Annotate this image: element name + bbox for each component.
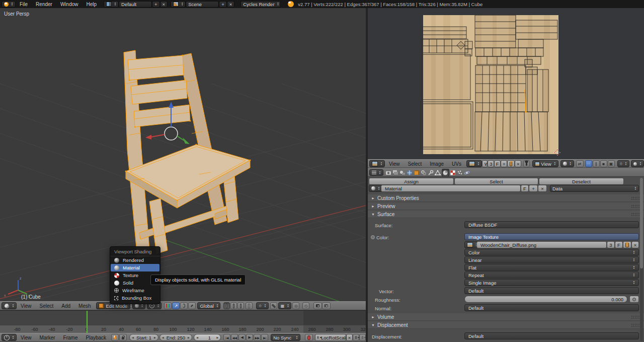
viewport-3d[interactable]: z y x User Persp (1) Cube bbox=[0, 8, 366, 301]
menu-file[interactable]: File bbox=[16, 2, 32, 7]
panel-grip[interactable] bbox=[631, 213, 640, 217]
image-pin-button[interactable] bbox=[523, 160, 530, 167]
edge-slide-button[interactable]: ◇ bbox=[302, 302, 309, 309]
current-frame-field[interactable]: 1 bbox=[194, 334, 221, 341]
material-name-field[interactable]: Material bbox=[381, 185, 521, 192]
image-open-button[interactable] bbox=[507, 160, 515, 167]
panel-grip[interactable] bbox=[631, 315, 640, 319]
panel-volume[interactable]: ►Volume bbox=[368, 313, 644, 321]
displacement-dropdown[interactable]: Default bbox=[464, 332, 639, 339]
scene-add-button[interactable]: + bbox=[219, 1, 227, 8]
manipulator-rotate-button[interactable] bbox=[180, 302, 188, 309]
screen-layout-icon-button[interactable] bbox=[104, 1, 119, 8]
uv-uvs-menu[interactable]: UVs bbox=[448, 161, 465, 167]
uv-island-select-button[interactable]: ▣ bbox=[608, 160, 615, 167]
auto-keyframe-button[interactable] bbox=[305, 334, 313, 341]
tab-object-data[interactable] bbox=[435, 169, 441, 176]
timeline-editor-type-button[interactable] bbox=[2, 334, 17, 341]
image-name-field[interactable]: WoodenChair_Diffus... bbox=[482, 160, 488, 167]
texture-image-unlink-button[interactable]: × bbox=[631, 241, 639, 248]
material-add-button[interactable]: + bbox=[529, 185, 538, 192]
uv-image-editor[interactable] bbox=[368, 8, 644, 159]
layout-close-button[interactable]: × bbox=[160, 1, 168, 8]
viewport-editor-type-button[interactable] bbox=[2, 302, 17, 309]
snap-toggle-button[interactable] bbox=[270, 302, 277, 309]
timeline-playback-menu[interactable]: Playback bbox=[82, 335, 111, 340]
lock-frame-button[interactable] bbox=[119, 334, 127, 341]
uv-pivot-dropdown[interactable] bbox=[560, 160, 574, 167]
insert-keyframe-button[interactable] bbox=[353, 334, 359, 341]
vector-dropdown[interactable]: Default bbox=[464, 287, 639, 294]
tab-texture[interactable] bbox=[450, 169, 456, 176]
image-new-button[interactable]: + bbox=[501, 160, 507, 167]
panel-preview[interactable]: ►Preview bbox=[368, 202, 644, 210]
render-engine-dropdown[interactable]: Cycles Render bbox=[240, 1, 281, 8]
prev-keyframe-button[interactable]: ◀◀ bbox=[231, 334, 238, 341]
material-browse-button[interactable] bbox=[369, 185, 382, 192]
proportional-edit-dropdown[interactable]: ○ bbox=[256, 302, 268, 309]
delete-keyframe-button[interactable] bbox=[359, 334, 366, 341]
deselect-button[interactable]: Deselect bbox=[539, 178, 624, 185]
normal-dropdown[interactable]: Default bbox=[464, 304, 639, 311]
sync-mode-dropdown[interactable]: No Sync bbox=[271, 334, 300, 341]
next-keyframe-button[interactable]: ▶▶ bbox=[254, 334, 261, 341]
info-editor-type-button[interactable] bbox=[2, 1, 16, 8]
manipulator-scale-button[interactable] bbox=[188, 302, 196, 309]
opengl-render-button[interactable] bbox=[313, 302, 322, 309]
tab-world[interactable] bbox=[407, 169, 413, 176]
scene-icon-button[interactable] bbox=[171, 1, 186, 8]
uv-face-select-button[interactable]: ■ bbox=[600, 160, 607, 167]
tab-modifiers[interactable] bbox=[428, 169, 434, 176]
uv-editor-type-button[interactable] bbox=[369, 160, 385, 167]
surface-shader-dropdown[interactable]: Diffuse BSDF bbox=[464, 221, 639, 228]
texture-image-name-field[interactable]: WoodenChair_Diffuse.png bbox=[476, 241, 607, 248]
tab-scene[interactable] bbox=[399, 169, 406, 176]
select-button[interactable]: Select bbox=[454, 178, 538, 185]
source-dropdown[interactable]: Single Image bbox=[464, 279, 639, 286]
opengl-render-anim-button[interactable] bbox=[322, 302, 331, 309]
view-menu[interactable]: View bbox=[17, 303, 36, 309]
image-unlink-button[interactable]: × bbox=[515, 160, 521, 167]
shading-option-material[interactable]: Material bbox=[111, 264, 159, 271]
uv-vertex-select-button[interactable]: ∷ bbox=[585, 160, 592, 167]
layout-add-button[interactable]: + bbox=[152, 1, 160, 8]
menu-render[interactable]: Render bbox=[32, 2, 56, 7]
texture-image-users-button[interactable]: 3 bbox=[607, 241, 615, 248]
tab-particles[interactable] bbox=[457, 169, 463, 176]
limit-visible-button[interactable] bbox=[246, 302, 253, 309]
roughness-slider[interactable]: 0.000 bbox=[464, 296, 627, 303]
panel-grip[interactable] bbox=[631, 323, 640, 327]
select-menu[interactable]: Select bbox=[35, 303, 57, 309]
assign-button[interactable]: Assign bbox=[369, 178, 454, 185]
manipulator-toggle-button[interactable] bbox=[164, 302, 172, 309]
tab-physics[interactable] bbox=[464, 169, 470, 176]
image-fake-user-button[interactable]: F bbox=[494, 160, 501, 167]
scene-field[interactable]: Scene bbox=[186, 1, 219, 8]
uv-image-menu[interactable]: Image bbox=[426, 161, 448, 167]
jump-to-start-button[interactable]: |◀ bbox=[223, 334, 230, 341]
selected-uv-vertex[interactable] bbox=[525, 111, 527, 113]
edge-select-button[interactable] bbox=[230, 302, 237, 309]
extrapolation-dropdown[interactable]: Linear bbox=[464, 256, 639, 263]
tab-render-layers[interactable] bbox=[392, 169, 399, 176]
panel-surface[interactable]: ▼Surface bbox=[368, 211, 644, 218]
scrollbar-thumb[interactable] bbox=[640, 178, 643, 268]
material-unlink-button[interactable]: × bbox=[538, 185, 547, 192]
keying-set-clear-button[interactable]: × bbox=[346, 334, 353, 341]
preview-range-button[interactable] bbox=[111, 334, 119, 341]
play-reverse-button[interactable]: ◀ bbox=[238, 334, 246, 341]
uv-edge-select-button[interactable]: ∥ bbox=[593, 160, 600, 167]
uv-snap-dropdown[interactable] bbox=[631, 160, 644, 167]
start-frame-field[interactable]: Start:1 bbox=[129, 334, 158, 341]
timeline-frame-menu[interactable]: Frame bbox=[59, 335, 82, 340]
tab-render[interactable] bbox=[385, 169, 392, 176]
manipulator-translate-button[interactable]: ↗ bbox=[172, 302, 180, 309]
uv-view-menu[interactable]: View bbox=[385, 161, 404, 167]
face-select-button[interactable] bbox=[237, 302, 244, 309]
properties-editor-type-button[interactable] bbox=[369, 169, 383, 176]
texture-image-open-button[interactable] bbox=[623, 241, 631, 248]
uv-display-dropdown[interactable]: View bbox=[532, 160, 558, 167]
timeline-canvas[interactable]: -80 -60 -40 -20 0 20 40 60 80 100 120 14… bbox=[0, 310, 366, 333]
panel-grip[interactable] bbox=[631, 204, 640, 209]
add-menu[interactable]: Add bbox=[57, 303, 74, 309]
